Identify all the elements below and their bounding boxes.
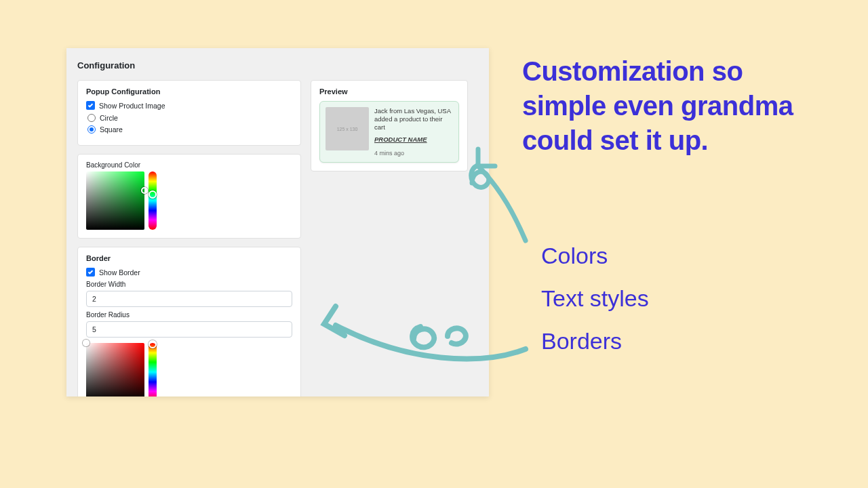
config-panel: Configuration Popup Configuration Show P… (66, 48, 489, 396)
shape-circle-label: Circle (100, 114, 118, 122)
preview-timestamp: 4 mins ago (374, 150, 453, 157)
border-hue-handle[interactable] (149, 340, 157, 348)
feature-text-styles: Text styles (541, 277, 649, 320)
checkbox-checked-icon (86, 268, 95, 277)
preview-card: Preview 125 x 130 Jack from Las Vegas, U… (311, 80, 468, 171)
shape-radio-circle[interactable]: Circle (87, 114, 292, 122)
show-product-image-label: Show Product Image (99, 102, 165, 110)
border-hue-slider[interactable] (149, 343, 157, 396)
preview-title: Preview (319, 87, 459, 96)
marketing-headline: Customization so simple even grandma cou… (522, 54, 831, 159)
checkbox-checked-icon (86, 101, 95, 110)
border-radius-label: Border Radius (86, 311, 292, 319)
popup-config-title: Popup Configuration (86, 87, 292, 96)
feature-borders: Borders (541, 320, 649, 363)
page-title: Configuration (77, 60, 478, 70)
border-card: Border Show Border Border Width Border R… (77, 247, 301, 396)
bg-saturation-picker[interactable] (86, 171, 144, 230)
marketing-features: Colors Text styles Borders (541, 235, 649, 363)
border-saturation-picker[interactable] (86, 343, 144, 396)
preview-product-name: PRODUCT NAME (374, 136, 453, 143)
radio-checked-icon (87, 125, 96, 134)
preview-message: Jack from Las Vegas, USA added a product… (374, 107, 453, 131)
show-product-image-checkbox[interactable]: Show Product Image (86, 101, 292, 110)
preview-image-placeholder: 125 x 130 (326, 107, 369, 150)
shape-square-label: Square (100, 125, 123, 134)
preview-popup: 125 x 130 Jack from Las Vegas, USA added… (319, 101, 459, 163)
border-sat-handle[interactable] (83, 340, 90, 346)
feature-colors: Colors (541, 235, 649, 277)
show-border-checkbox[interactable]: Show Border (86, 268, 292, 277)
border-width-label: Border Width (86, 281, 292, 288)
border-radius-input[interactable] (86, 321, 292, 338)
bg-hue-handle[interactable] (149, 190, 157, 199)
radio-unchecked-icon (87, 114, 96, 122)
border-width-input[interactable] (86, 291, 292, 307)
show-border-label: Show Border (99, 268, 140, 277)
background-color-card: Background Color (77, 154, 301, 239)
bg-sat-handle[interactable] (141, 187, 148, 194)
popup-config-card: Popup Configuration Show Product Image C… (77, 80, 301, 146)
background-color-label: Background Color (86, 161, 292, 169)
border-title: Border (86, 254, 292, 262)
bg-hue-slider[interactable] (149, 171, 157, 230)
shape-radio-square[interactable]: Square (87, 125, 292, 134)
